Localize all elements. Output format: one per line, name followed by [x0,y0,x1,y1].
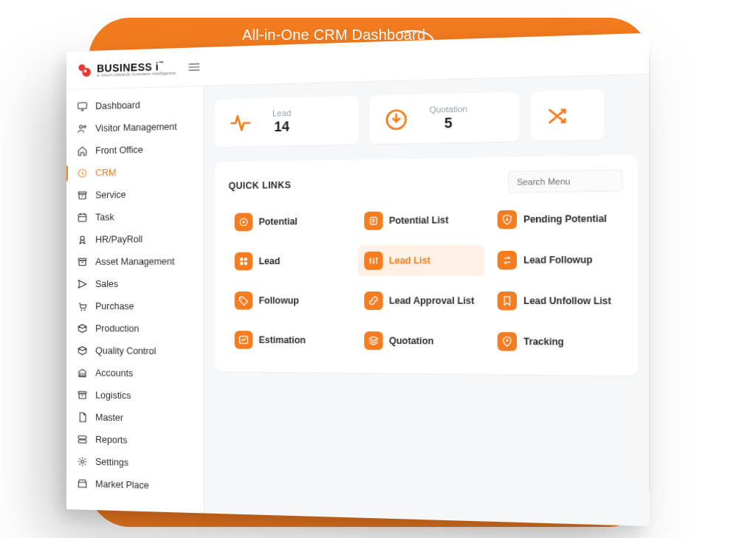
archive-icon [77,256,89,268]
quick-link-followup[interactable]: Followup [229,286,351,317]
monitor-icon [77,100,89,112]
sidebar-item-market-place[interactable]: Market Place [66,472,204,498]
brand-mark-icon [77,61,93,78]
gear-icon [77,455,89,467]
sidebar-item-hr-payroll[interactable]: HR/PayRoll [66,227,204,251]
sidebar-item-label: Accounts [95,368,133,379]
box-icon [77,323,89,334]
quick-link-label: Pending Potential [523,213,607,225]
stat-card-quotation[interactable]: Quotation 5 [370,92,520,145]
sidebar-item-label: Settings [95,457,128,468]
sidebar-item-label: HR/PayRoll [95,234,142,245]
quick-links-title: QUICK LINKS [229,180,292,192]
sidebar-item-label: Dashboard [95,100,140,111]
sidebar-item-accounts[interactable]: Accounts [66,362,204,385]
sidebar-item-reports[interactable]: Reports [66,428,204,453]
bank-icon [77,367,89,379]
quick-link-lead-followup[interactable]: Lead Followup [491,244,622,276]
sidebar-item-label: Production [95,323,139,334]
quick-link-lead-approval-list[interactable]: Lead Approval List [357,286,484,317]
send-icon [77,278,89,290]
search-input[interactable] [508,170,623,193]
sidebar-item-quality-control[interactable]: Quality Control [66,339,204,363]
sidebar-item-sales[interactable]: Sales [66,273,204,296]
sidebar-item-label: Master [95,413,123,424]
sidebar-item-service[interactable]: Service [66,182,204,207]
quick-link-potential[interactable]: Potential [229,206,351,238]
sliders-icon [364,252,382,270]
users-icon [77,123,89,134]
sidebar-item-label: Visitor Management [95,122,176,134]
sidebar-item-label: Asset Management [95,256,174,267]
hamburger-icon[interactable] [186,59,201,75]
brand-tm: ™ [159,60,165,65]
tag-icon [235,292,253,310]
sidebar-item-dashboard[interactable]: Dashboard [66,92,204,118]
quick-link-pending-potential[interactable]: Pending Potential [491,203,622,235]
sidebar-item-label: CRM [95,168,116,179]
shuffle-icon [546,103,572,128]
quick-link-estimation[interactable]: Estimation [229,325,351,356]
chart-icon [235,331,253,349]
stat-card-lead[interactable]: Lead 14 [215,96,359,147]
bookmark-icon [498,292,517,310]
pulse-icon [229,111,253,135]
sidebar-item-label: Logistics [95,390,131,401]
stat-value: 14 [272,119,291,135]
sidebar-item-asset-management[interactable]: Asset Management [66,250,204,273]
home-icon [77,145,89,156]
sidebar-item-master[interactable]: Master [66,406,204,430]
stat-label: Lead [272,108,291,118]
quick-link-label: Lead List [389,255,430,266]
shield-down-icon [498,210,517,230]
sidebar-item-visitor-management[interactable]: Visitor Management [66,115,204,140]
sidebar-item-label: Market Place [95,479,148,491]
box-icon [77,345,89,356]
brand-logo[interactable]: BUSINESS i™ a vision towards business in… [77,59,176,78]
quick-link-label: Lead [259,256,281,266]
quick-links-grid: PotentialPotential ListPending Potential… [229,203,623,359]
app-window: BUSINESS i™ a vision towards business in… [66,33,650,526]
clock-icon [77,168,89,179]
download-circle-icon [384,107,409,132]
main: Lead 14 Quotation 5 [205,75,650,526]
quick-link-label: Potential [259,216,298,227]
quick-link-lead-unfollow-list[interactable]: Lead Unfollow List [491,285,622,317]
sidebar-item-purchase[interactable]: Purchase [66,295,204,318]
quick-link-tracking[interactable]: Tracking [491,326,622,359]
quick-link-lead-list[interactable]: Lead List [357,245,484,277]
stat-card-shuffle[interactable] [531,90,605,141]
sidebar-item-settings[interactable]: Settings [66,450,204,476]
swap-icon [498,251,517,270]
sidebar-item-label: Service [95,190,126,201]
sidebar-item-logistics[interactable]: Logistics [66,384,204,408]
quick-link-label: Potential List [389,215,449,226]
quick-link-lead[interactable]: Lead [229,246,351,277]
pin-icon [498,332,517,351]
stat-cards: Lead 14 Quotation 5 [215,89,638,148]
sidebar-item-label: Task [95,212,114,222]
quick-link-label: Lead Approval List [389,295,475,306]
quick-link-quotation[interactable]: Quotation [357,325,484,357]
quick-link-label: Followup [259,295,299,306]
quick-link-label: Quotation [389,335,434,346]
quick-link-label: Tracking [523,336,564,347]
sidebar-item-task[interactable]: Task [66,205,204,229]
link-icon [364,292,382,310]
award-icon [77,234,89,246]
sidebar: DashboardVisitor ManagementFront OfficeC… [66,86,205,513]
sidebar-item-label: Reports [95,435,127,446]
sidebar-item-label: Sales [95,279,118,289]
sidebar-item-crm[interactable]: CRM [66,160,204,184]
quick-link-potential-list[interactable]: Potential List [357,204,484,236]
quick-link-label: Lead Followup [523,255,592,266]
sidebar-item-production[interactable]: Production [66,317,204,340]
stat-value: 5 [430,115,467,132]
archive-icon [77,389,89,401]
server-icon [77,433,89,445]
storefront-icon [77,477,89,489]
cart-icon [77,300,89,312]
grid-icon [235,252,253,271]
quick-link-label: Lead Unfollow List [523,295,611,306]
sidebar-item-front-office[interactable]: Front Office [66,137,204,162]
